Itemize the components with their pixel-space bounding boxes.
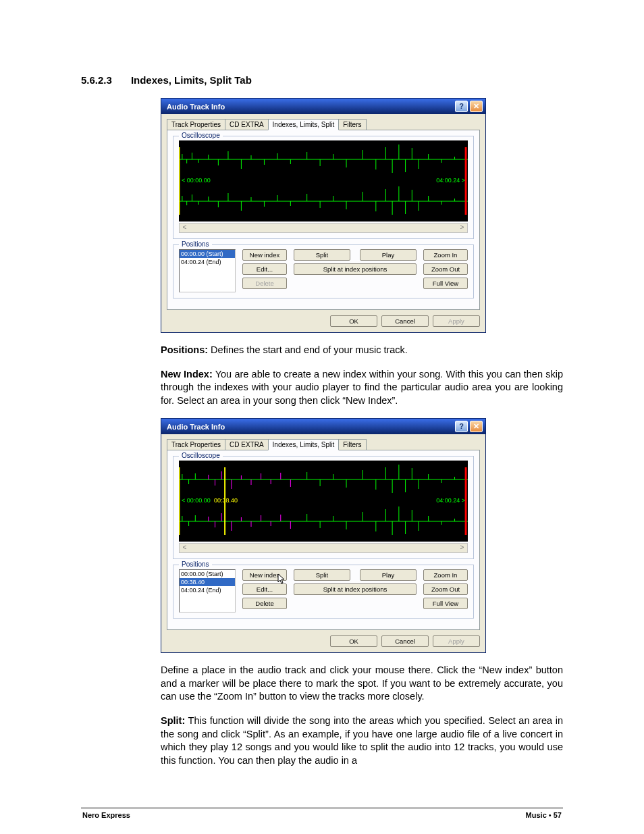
ok-button[interactable]: OK <box>330 315 377 327</box>
split-button[interactable]: Split <box>294 569 350 581</box>
positions-heading: Positions: <box>161 344 208 355</box>
scroll-right-icon[interactable]: > <box>457 544 467 552</box>
oscilloscope-display[interactable]: < 00:00.00 04:00.24 > <box>179 140 468 221</box>
split-body: This function will divide the song into … <box>161 715 563 766</box>
zoom-in-button[interactable]: Zoom In <box>423 569 468 581</box>
timecode-start: < 00:00.00 <box>182 497 211 504</box>
play-button[interactable]: Play <box>360 249 417 261</box>
tab-cd-extra[interactable]: CD EXTRA <box>225 119 269 130</box>
zoom-in-button[interactable]: Zoom In <box>423 249 468 261</box>
footer-page: 57 <box>554 811 562 819</box>
close-button[interactable]: ✕ <box>470 421 483 432</box>
oscilloscope-scrollbar[interactable]: < > <box>179 543 468 553</box>
section-title: Indexes, Limits, Split Tab <box>131 74 252 86</box>
help-button[interactable]: ? <box>455 421 468 432</box>
list-item[interactable]: 04:00.24 (End) <box>180 258 235 266</box>
oscilloscope-group: Oscilloscope <box>173 136 474 239</box>
tab-cd-extra[interactable]: CD EXTRA <box>225 439 269 450</box>
play-button[interactable]: Play <box>360 569 417 581</box>
edit-button[interactable]: Edit... <box>242 263 287 275</box>
scroll-right-icon[interactable]: > <box>457 224 467 232</box>
body-text: New Index: You are able to create a new … <box>161 368 563 408</box>
audio-track-info-dialog-2: Audio Track Info ? ✕ Track Properties CD… <box>161 418 486 653</box>
titlebar[interactable]: Audio Track Info ? ✕ <box>161 419 485 434</box>
scroll-left-icon[interactable]: < <box>180 224 190 232</box>
oscilloscope-label: Oscilloscope <box>179 452 223 459</box>
footer-left: Nero Express <box>82 811 130 819</box>
tab-track-properties[interactable]: Track Properties <box>167 439 225 450</box>
timecode-start: < 00:00.00 <box>182 177 211 184</box>
delete-button[interactable]: Delete <box>242 278 287 289</box>
new-index-button[interactable]: New index <box>242 249 287 261</box>
tab-track-properties[interactable]: Track Properties <box>167 119 225 130</box>
ok-button[interactable]: OK <box>330 635 377 647</box>
apply-button[interactable]: Apply <box>433 315 480 327</box>
zoom-out-button[interactable]: Zoom Out <box>423 263 468 275</box>
timecode-mid: 00:38.40 <box>214 497 238 504</box>
positions-group-label: Positions <box>179 561 212 568</box>
window-title: Audio Track Info <box>167 423 225 431</box>
positions-list[interactable]: 00:00.00 (Start) 04:00.24 (End) <box>179 249 236 292</box>
timecode-end: 04:00.24 > <box>436 177 465 184</box>
list-item[interactable]: 00:00.00 (Start) <box>180 250 235 258</box>
tab-indexes-limits-split[interactable]: Indexes, Limits, Split <box>268 119 340 130</box>
positions-group: Positions 00:00.00 (Start) 04:00.24 (End… <box>173 244 474 298</box>
newindex-body: You are able to create a new index withi… <box>161 369 563 406</box>
footer-rule <box>81 808 563 808</box>
footer-right: Music • 57 <box>526 811 562 819</box>
tab-filters[interactable]: Filters <box>338 439 366 450</box>
timecode-end: 04:00.24 > <box>436 497 465 504</box>
positions-list[interactable]: 00:00.00 (Start) 00:38.40 04:00.24 (End) <box>179 569 236 613</box>
delete-button[interactable]: Delete <box>242 598 287 609</box>
full-view-button[interactable]: Full View <box>423 278 468 289</box>
split-button[interactable]: Split <box>294 249 350 261</box>
section-number: 5.6.2.3 <box>81 74 112 86</box>
apply-button[interactable]: Apply <box>433 635 480 647</box>
tab-indexes-limits-split[interactable]: Indexes, Limits, Split <box>268 439 340 450</box>
list-item[interactable]: 04:00.24 (End) <box>180 586 235 594</box>
list-item[interactable]: 00:00.00 (Start) <box>180 570 235 578</box>
oscilloscope-display[interactable]: < 00:00.00 00:38.40 04:00.24 > <box>179 461 468 542</box>
oscilloscope-group: Oscilloscope <box>173 456 474 559</box>
positions-body: Defines the start and end of your music … <box>208 344 408 355</box>
footer-dot: • <box>547 811 554 819</box>
cancel-button[interactable]: Cancel <box>381 635 429 647</box>
full-view-button[interactable]: Full View <box>423 598 468 609</box>
body-text: Positions: Defines the start and end of … <box>161 344 563 357</box>
zoom-out-button[interactable]: Zoom Out <box>423 583 468 595</box>
body-text: Define a place in the audio track and cl… <box>161 664 563 704</box>
positions-group-label: Positions <box>179 240 212 248</box>
footer-section: Music <box>526 811 547 819</box>
split-at-index-button[interactable]: Split at index positions <box>294 263 417 275</box>
help-button[interactable]: ? <box>455 101 468 112</box>
cursor-icon <box>277 573 287 585</box>
audio-track-info-dialog-1: Audio Track Info ? ✕ Track Properties CD… <box>161 98 486 333</box>
tab-filters[interactable]: Filters <box>338 119 366 130</box>
titlebar[interactable]: Audio Track Info ? ✕ <box>161 99 485 114</box>
oscilloscope-label: Oscilloscope <box>179 132 223 139</box>
split-at-index-button[interactable]: Split at index positions <box>294 583 417 595</box>
close-button[interactable]: ✕ <box>470 101 483 112</box>
newindex-heading: New Index: <box>161 369 213 380</box>
body-text: Split: This function will divide the son… <box>161 714 563 767</box>
oscilloscope-scrollbar[interactable]: < > <box>179 223 468 233</box>
scroll-left-icon[interactable]: < <box>180 544 190 552</box>
window-title: Audio Track Info <box>167 103 225 111</box>
list-item[interactable]: 00:38.40 <box>180 578 235 586</box>
split-heading: Split: <box>161 715 185 726</box>
positions-group: Positions 00:00.00 (Start) 00:38.40 04:0… <box>173 565 474 619</box>
cancel-button[interactable]: Cancel <box>381 315 429 327</box>
